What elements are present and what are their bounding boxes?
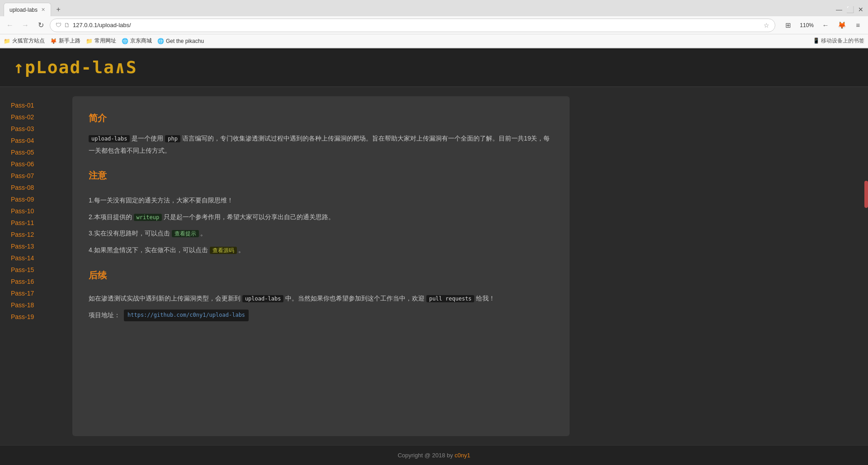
sidebar-item-pass14[interactable]: Pass-14 [9,254,63,263]
bookmarks-bar: 📁 火狐官方站点 🦊 新手上路 📁 常用网址 🌐 京东商城 🌐 Get the … [0,34,868,48]
bookmark-label: 新手上路 [59,37,80,45]
sidebar-item-pass03[interactable]: Pass-03 [9,124,63,133]
upload-labs-code-1: upload-labs [89,135,130,142]
site-title: ↑pLoad-la∧S [14,57,854,77]
notice-text-2b: 只是起一个参考作用，希望大家可以分享出自己的通关思路。 [164,213,335,221]
forward-button[interactable]: → [19,19,32,32]
followup-text-2: 中。当然如果你也希望参加到这个工作当中，欢迎 [285,295,426,302]
notice-item-1: 1.每一关没有固定的通关方法，大家不要自限思维！ [89,194,553,207]
bookmark-star-icon[interactable]: ☆ [764,22,769,29]
menu-button[interactable]: ≡ [852,19,864,32]
pull-requests-code: pull requests [426,295,474,302]
footer-text: Copyright @ 2018 by [398,452,455,459]
sidebar-item-pass11[interactable]: Pass-11 [9,218,63,227]
sidebar-item-pass09[interactable]: Pass-09 [9,195,63,204]
bookmark-label: 火狐官方站点 [12,37,45,45]
firefox-icon[interactable]: 🦊 [835,19,848,32]
tab-close-button[interactable]: ✕ [41,7,45,13]
notice-text-2a: 2.本项目提供的 [89,213,134,221]
mobile-bookmarks-button[interactable]: 📱 移动设备上的书签 [813,37,864,45]
folder-icon-2: 📁 [86,38,93,44]
sidebar-item-pass18[interactable]: Pass-18 [9,301,63,310]
sidebar-item-pass05[interactable]: Pass-05 [9,148,63,157]
page-wrapper: ↑pLoad-la∧S Pass-01 Pass-02 Pass-03 Pass… [0,48,868,465]
close-button[interactable]: ✕ [857,6,864,13]
php-code: php [165,135,180,142]
window-controls: — ⬜ ✕ [835,6,864,13]
url-input[interactable] [73,22,761,28]
sidebar: Pass-01 Pass-02 Pass-03 Pass-04 Pass-05 … [9,96,63,436]
project-url-link[interactable]: https://github.com/c0ny1/upload-labs [124,310,249,321]
sidebar-item-pass08[interactable]: Pass-08 [9,183,63,192]
followup-text-3: 给我！ [476,295,495,302]
followup-content: 如在渗透测试实战中遇到新的上传漏洞类型，会更新到 upload-labs 中。当… [89,292,553,321]
intro-section-title: 简介 [89,110,553,126]
sidebar-item-pass07[interactable]: Pass-07 [9,171,63,180]
sidebar-item-pass06[interactable]: Pass-06 [9,160,63,169]
hint-code[interactable]: 查看提示 [172,230,199,237]
sidebar-item-pass12[interactable]: Pass-12 [9,230,63,239]
followup-text-1: 如在渗透测试实战中遇到新的上传漏洞类型，会更新到 [89,295,242,302]
source-code-link[interactable]: 查看源码 [210,247,237,254]
folder-icon: 📁 [4,38,10,44]
followup-paragraph: 如在渗透测试实战中遇到新的上传漏洞类型，会更新到 upload-labs 中。当… [89,292,553,305]
notice-text-3b: 。 [200,230,207,237]
address-bar[interactable]: 🛡 🗋 ☆ [50,19,775,32]
sidebar-item-pass15[interactable]: Pass-15 [9,265,63,274]
maximize-button[interactable]: ⬜ [846,6,854,13]
nav-bar: ← → ↻ 🛡 🗋 ☆ ⊞ 110% ← 🦊 ≡ [0,16,868,34]
notice-text-1: 1.每一关没有固定的通关方法，大家不要自限思维！ [89,197,233,204]
intro-text-1: 是一个使用 [132,135,165,142]
new-tab-button[interactable]: + [53,4,64,15]
zoom-level[interactable]: 110% [798,21,816,29]
firefox-small-icon: 🦊 [50,38,57,44]
refresh-button[interactable]: ↻ [34,19,47,32]
sidebar-item-pass19[interactable]: Pass-19 [9,312,63,321]
writeup-code: writeup [134,214,162,221]
active-tab[interactable]: upload-labs ✕ [4,3,51,16]
title-wedge-icon: ∧ [115,57,126,77]
notice-list: 1.每一关没有固定的通关方法，大家不要自限思维！ 2.本项目提供的 writeu… [89,194,553,256]
browser-chrome: upload-labs ✕ + — ⬜ ✕ ← → ↻ 🛡 🗋 ☆ ⊞ 110%… [0,0,868,48]
upload-labs-code-2: upload-labs [242,295,283,302]
sidebar-item-pass16[interactable]: Pass-16 [9,277,63,286]
extensions-button[interactable]: ⊞ [782,19,794,32]
sidebar-item-pass01[interactable]: Pass-01 [9,101,63,110]
notice-item-4: 4.如果黑盒情况下，实在做不出，可以点击 查看源码 。 [89,244,553,256]
notice-text-3a: 3.实在没有思路时，可以点击 [89,230,172,237]
bookmark-item-pikachu[interactable]: 🌐 Get the pikachu [157,38,204,44]
bookmark-item-official[interactable]: 📁 火狐官方站点 [4,37,45,45]
bookmark-item-jd[interactable]: 🌐 京东商城 [122,37,152,45]
bookmark-label: Get the pikachu [166,38,204,44]
nav-right-controls: ⊞ 110% ← 🦊 ≡ [782,19,864,32]
bookmark-item-newbie[interactable]: 🦊 新手上路 [50,37,80,45]
sidebar-item-pass17[interactable]: Pass-17 [9,289,63,298]
minimize-button[interactable]: — [835,6,843,13]
back-nav-button[interactable]: ← [819,19,832,32]
sidebar-item-pass13[interactable]: Pass-13 [9,242,63,251]
tab-title: upload-labs [9,7,38,13]
site-header: ↑pLoad-la∧S [0,48,868,87]
notice-text-4a: 4.如果黑盒情况下，实在做不出，可以点击 [89,246,210,254]
followup-section-title: 后续 [89,267,553,283]
site-footer: Copyright @ 2018 by c0ny1 [0,445,868,465]
notice-text-4b: 。 [238,246,245,254]
shield-icon: 🛡 [56,22,61,28]
sidebar-item-pass10[interactable]: Pass-10 [9,207,63,216]
main-content: Pass-01 Pass-02 Pass-03 Pass-04 Pass-05 … [0,87,868,445]
globe-icon-2: 🌐 [157,38,164,44]
project-label: 项目地址： [89,310,120,321]
sidebar-item-pass04[interactable]: Pass-04 [9,136,63,145]
intro-paragraph: upload-labs 是一个使用 php 语言编写的，专门收集渗透测试过程中遇… [89,132,553,156]
tab-bar: upload-labs ✕ + — ⬜ ✕ [0,0,868,16]
content-card: 简介 upload-labs 是一个使用 php 语言编写的，专门收集渗透测试过… [72,96,570,436]
scrollbar-indicator[interactable] [864,181,868,208]
back-button[interactable]: ← [4,19,16,32]
footer-author: c0ny1 [455,452,471,459]
bookmark-item-common[interactable]: 📁 常用网址 [86,37,116,45]
page-icon: 🗋 [64,22,70,28]
bookmark-label: 常用网址 [94,37,116,45]
sidebar-item-pass02[interactable]: Pass-02 [9,113,63,122]
title-arrow-icon: ↑ [14,57,25,77]
bookmark-label: 京东商城 [130,37,152,45]
